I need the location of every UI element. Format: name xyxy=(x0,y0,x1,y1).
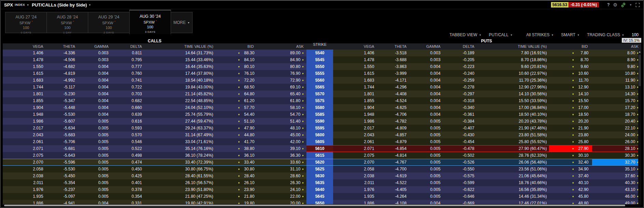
bid-cell[interactable]: ♦42.90 xyxy=(549,186,592,193)
option-row[interactable]: 1.904-5.4480.0040.66024.04 (52.10%)♦57.7… xyxy=(3,104,641,111)
bid-cell[interactable]: ♦72.20 xyxy=(215,77,258,84)
bid-cell[interactable]: ♦33.40 xyxy=(215,159,258,165)
ask-cell[interactable]: 51.40♦ xyxy=(258,118,306,125)
ask-cell[interactable]: 54.70♦ xyxy=(258,111,306,118)
ask-cell[interactable]: 80.80♦ xyxy=(258,63,306,70)
help-icon[interactable]: ? xyxy=(607,2,609,7)
ask-cell[interactable]: 61.80♦ xyxy=(258,97,306,104)
ask-cell[interactable]: 84.90♦ xyxy=(258,56,306,63)
ask-cell[interactable]: 37.60♦ xyxy=(592,172,641,179)
ask-cell[interactable]: 13.10♦ xyxy=(592,84,641,91)
ask-cell[interactable]: 20.40♦ xyxy=(592,118,641,125)
ask-cell[interactable]: 22.00♦ xyxy=(258,193,306,200)
ask-cell[interactable]: 46.00♦ xyxy=(592,193,641,200)
exchange-dropdown[interactable]: SMART ▼ xyxy=(561,32,580,37)
putcall-dropdown[interactable]: PUT/CALL ▼ xyxy=(489,32,512,37)
ask-cell[interactable]: 28.60♦ xyxy=(258,172,306,179)
option-row[interactable]: 1.683-4.9920.0040.74118.54 (40.18%)♦72.2… xyxy=(3,77,641,84)
bid-cell[interactable]: ♦38.80 xyxy=(215,145,258,152)
expiration-tab[interactable]: AUG 28 '24SPXW*1001 DAY xyxy=(47,12,88,33)
bid-cell[interactable]: ♦40.10 xyxy=(549,179,592,186)
ask-cell[interactable]: 40.30♦ xyxy=(592,179,641,186)
ask-cell[interactable]: 28.10♦ xyxy=(592,145,641,152)
ask-cell[interactable]: 22.10♦ xyxy=(592,125,641,131)
ask-cell[interactable]: 48.10♦ xyxy=(258,125,306,131)
option-row[interactable]: 2.043-5.6830.0050.57031.14 (67.49%)♦44.8… xyxy=(3,131,641,138)
ask-cell[interactable]: 89.00♦ xyxy=(258,50,306,56)
bid-cell[interactable]: ♦32.40 xyxy=(549,159,592,165)
bid-cell[interactable]: ♦21.80 xyxy=(215,193,258,200)
option-row[interactable]: 1.801-5.2300.0040.70321.14 (45.82%)♦64.8… xyxy=(3,91,641,97)
view-dropdown[interactable]: PUT/CALLs (Side by Side) ▼ xyxy=(29,2,91,8)
ask-cell[interactable]: 39.10♦ xyxy=(258,145,306,152)
bid-cell[interactable]: ♦25.80 xyxy=(549,138,592,145)
option-row[interactable]: 2.075-5.6430.0050.49836.10 (78.24%)♦36.1… xyxy=(3,152,641,159)
option-row[interactable]: 1.935-5.0970.0050.35421.80 (47.25%)♦21.8… xyxy=(3,193,641,200)
ask-cell[interactable]: 72.90♦ xyxy=(258,77,306,84)
option-row[interactable]: 1.948-5.5300.0040.63925.74 (55.79%)♦54.4… xyxy=(3,111,641,118)
bid-cell[interactable]: ♦30.80 xyxy=(215,166,258,172)
ask-cell[interactable]: 65.40♦ xyxy=(258,91,306,97)
ask-cell[interactable]: 18.70♦ xyxy=(592,111,641,118)
option-row[interactable]: 1.744-5.1170.0040.72219.84 (43.00%)♦68.5… xyxy=(3,84,641,91)
ask-cell[interactable]: 10.80♦ xyxy=(592,70,641,77)
bid-cell[interactable]: ♦23.90 xyxy=(215,186,258,193)
option-row[interactable]: 1.478-4.5060.0030.79515.44 (33.46%)♦84.1… xyxy=(3,56,641,63)
bid-cell[interactable]: ♦54.40 xyxy=(215,111,258,118)
scroll-up-button[interactable]: ▲ xyxy=(638,50,641,54)
ask-cell[interactable]: 35.10♦ xyxy=(592,166,641,172)
bid-cell[interactable]: ♦47.90 xyxy=(215,125,258,131)
option-row[interactable]: 2.061-5.7060.0050.54633.04 (71.61%)♦41.7… xyxy=(3,138,641,145)
ask-cell[interactable]: 24.10♦ xyxy=(258,186,306,193)
strikes-dropdown[interactable]: All STRIKES ▼ xyxy=(526,32,554,37)
bid-cell[interactable]: ♦14.10 xyxy=(549,91,592,97)
link-icon[interactable] xyxy=(621,2,626,8)
bid-cell[interactable]: ♦21.90 xyxy=(549,125,592,131)
ask-cell[interactable]: 58.10♦ xyxy=(258,104,306,111)
horizontal-scrollbar[interactable] xyxy=(3,204,641,207)
tabbed-view-dropdown[interactable]: TABBED VIEW ▼ xyxy=(449,32,481,37)
vertical-scroll-thumb[interactable] xyxy=(639,55,641,86)
bid-cell[interactable]: ♦17.00 xyxy=(549,104,592,111)
ask-cell[interactable]: 26.00♦ xyxy=(592,138,641,145)
vertical-scrollbar[interactable]: ▲ xyxy=(638,50,641,205)
option-row[interactable]: 1.615-4.8190.0040.76017.44 (37.80%)♦76.1… xyxy=(3,70,641,77)
bid-cell[interactable]: ♦7.80 xyxy=(549,50,592,56)
bid-cell[interactable]: ♦84.10 xyxy=(215,56,258,63)
option-row[interactable]: 2.011-5.3540.0050.40126.10 (56.57%)♦26.1… xyxy=(3,179,641,186)
bid-cell[interactable]: ♦68.50 xyxy=(215,84,258,91)
symbol-dropdown[interactable]: SPX INDEX ▼ xyxy=(4,2,29,8)
bid-cell[interactable]: ♦28.40 xyxy=(215,172,258,179)
horizontal-scroll-thumb[interactable] xyxy=(4,205,625,206)
bid-cell[interactable]: ♦11.70 xyxy=(549,77,592,84)
bid-cell[interactable]: ♦45.80 xyxy=(549,193,592,200)
bid-cell[interactable]: ♦20.20 xyxy=(549,118,592,125)
ask-cell[interactable]: 69.10♦ xyxy=(258,84,306,91)
bid-cell[interactable]: ♦27.90 xyxy=(549,145,592,152)
option-row[interactable]: 1.986-5.6070.0050.61627.44 (59.47%)♦51.1… xyxy=(3,118,641,125)
option-row[interactable]: 2.071-5.6810.0050.52235.14 (76.16%)♦38.8… xyxy=(3,145,641,152)
more-tab[interactable]: MORE ▼ xyxy=(171,12,193,33)
bid-cell[interactable]: ♦80.10 xyxy=(215,63,258,70)
ask-cell[interactable]: 26.30♦ xyxy=(258,179,306,186)
bid-cell[interactable]: ♦15.50 xyxy=(549,97,592,104)
bid-cell[interactable]: ♦34.90 xyxy=(549,166,592,172)
expiration-tab[interactable]: AUG 27 '24SPXW*1000 DAYS xyxy=(5,12,47,33)
bid-cell[interactable]: ♦8.70 xyxy=(549,56,592,63)
bid-cell[interactable]: ♦9.60 xyxy=(549,63,592,70)
ask-cell[interactable]: 11.90♦ xyxy=(592,77,641,84)
ask-cell[interactable]: 9.80♦ xyxy=(592,63,641,70)
ask-cell[interactable]: 8.90♦ xyxy=(592,56,641,63)
bid-cell[interactable]: ♦64.80 xyxy=(215,91,258,97)
ask-cell[interactable]: 24.00♦ xyxy=(592,131,641,138)
bid-cell[interactable]: ♦37.40 xyxy=(549,172,592,179)
option-row[interactable]: 2.070-5.5960.0050.47433.40 (72.39%)♦33.4… xyxy=(3,159,641,166)
bid-cell[interactable]: ♦51.10 xyxy=(215,118,258,125)
ask-cell[interactable]: 14.30♦ xyxy=(592,91,641,97)
option-row[interactable]: 2.058-5.5300.0050.45030.80 (66.75%)♦30.8… xyxy=(3,166,641,172)
ask-cell[interactable]: 17.20♦ xyxy=(592,104,641,111)
ask-cell[interactable]: 8.00♦ xyxy=(592,50,641,56)
ask-cell[interactable]: 45.00♦ xyxy=(258,131,306,138)
bid-cell[interactable]: ♦12.90 xyxy=(549,84,592,91)
bid-cell[interactable]: ♦30.10 xyxy=(549,152,592,159)
